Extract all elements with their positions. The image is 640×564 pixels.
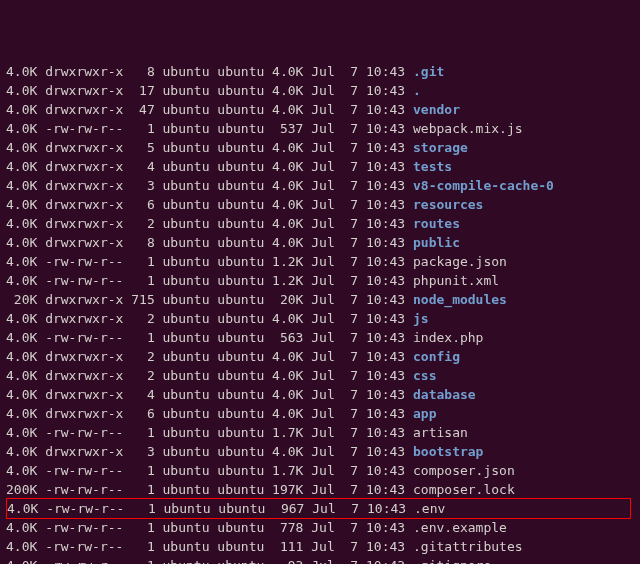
- ls-row: 4.0K drwxrwxr-x 4 ubuntu ubuntu 4.0K Jul…: [6, 157, 634, 176]
- ls-row: 4.0K -rw-rw-r-- 1 ubuntu ubuntu 1.2K Jul…: [6, 271, 634, 290]
- file-name: package.json: [413, 254, 507, 269]
- ls-columns: 4.0K -rw-rw-r-- 1 ubuntu ubuntu 111 Jul …: [6, 539, 413, 554]
- ls-row: 4.0K drwxrwxr-x 5 ubuntu ubuntu 4.0K Jul…: [6, 138, 634, 157]
- ls-columns: 4.0K drwxrwxr-x 17 ubuntu ubuntu 4.0K Ju…: [6, 83, 413, 98]
- ls-columns: 4.0K drwxrwxr-x 2 ubuntu ubuntu 4.0K Jul…: [6, 311, 413, 326]
- file-name: database: [413, 387, 476, 402]
- ls-columns: 4.0K -rw-rw-r-- 1 ubuntu ubuntu 778 Jul …: [6, 520, 413, 535]
- ls-row: 4.0K drwxrwxr-x 8 ubuntu ubuntu 4.0K Jul…: [6, 233, 634, 252]
- ls-columns: 4.0K drwxrwxr-x 4 ubuntu ubuntu 4.0K Jul…: [6, 387, 413, 402]
- file-name: public: [413, 235, 460, 250]
- file-name: vendor: [413, 102, 460, 117]
- ls-row: 4.0K drwxrwxr-x 3 ubuntu ubuntu 4.0K Jul…: [6, 442, 634, 461]
- ls-row: 4.0K drwxrwxr-x 2 ubuntu ubuntu 4.0K Jul…: [6, 347, 634, 366]
- ls-columns: 4.0K -rw-rw-r-- 1 ubuntu ubuntu 1.7K Jul…: [6, 463, 413, 478]
- ls-columns: 20K drwxrwxr-x 715 ubuntu ubuntu 20K Jul…: [6, 292, 413, 307]
- ls-columns: 4.0K drwxrwxr-x 8 ubuntu ubuntu 4.0K Jul…: [6, 235, 413, 250]
- file-name: .gitattributes: [413, 539, 523, 554]
- ls-columns: 4.0K drwxrwxr-x 5 ubuntu ubuntu 4.0K Jul…: [6, 140, 413, 155]
- ls-columns: 4.0K -rw-rw-r-- 1 ubuntu ubuntu 1.7K Jul…: [6, 425, 413, 440]
- ls-row: 4.0K -rw-rw-r-- 1 ubuntu ubuntu 1.7K Jul…: [6, 423, 634, 442]
- ls-columns: 4.0K drwxrwxr-x 4 ubuntu ubuntu 4.0K Jul…: [6, 159, 413, 174]
- ls-columns: 4.0K -rw-rw-r-- 1 ubuntu ubuntu 537 Jul …: [6, 121, 413, 136]
- file-name: .: [413, 83, 421, 98]
- ls-columns: 4.0K -rw-rw-r-- 1 ubuntu ubuntu 93 Jul 7…: [6, 558, 413, 564]
- file-name: .env.example: [413, 520, 507, 535]
- file-name: storage: [413, 140, 468, 155]
- file-name: index.php: [413, 330, 483, 345]
- file-name: composer.json: [413, 463, 515, 478]
- ls-row: 4.0K -rw-rw-r-- 1 ubuntu ubuntu 1.7K Jul…: [6, 461, 634, 480]
- ls-row: 4.0K drwxrwxr-x 4 ubuntu ubuntu 4.0K Jul…: [6, 385, 634, 404]
- file-name: .env: [414, 501, 445, 516]
- ls-row: 4.0K drwxrwxr-x 2 ubuntu ubuntu 4.0K Jul…: [6, 309, 634, 328]
- file-name: artisan: [413, 425, 468, 440]
- file-name: node_modules: [413, 292, 507, 307]
- ls-row: 200K -rw-rw-r-- 1 ubuntu ubuntu 197K Jul…: [6, 480, 634, 499]
- file-name: app: [413, 406, 436, 421]
- ls-columns: 4.0K -rw-rw-r-- 1 ubuntu ubuntu 1.2K Jul…: [6, 254, 413, 269]
- ls-row: 4.0K -rw-rw-r-- 1 ubuntu ubuntu 93 Jul 7…: [6, 556, 634, 564]
- ls-row: 4.0K drwxrwxr-x 47 ubuntu ubuntu 4.0K Ju…: [6, 100, 634, 119]
- ls-row: 4.0K drwxrwxr-x 17 ubuntu ubuntu 4.0K Ju…: [6, 81, 634, 100]
- ls-row: 4.0K -rw-rw-r-- 1 ubuntu ubuntu 1.2K Jul…: [6, 252, 634, 271]
- file-name: js: [413, 311, 429, 326]
- ls-columns: 4.0K drwxrwxr-x 8 ubuntu ubuntu 4.0K Jul…: [6, 64, 413, 79]
- ls-row: 20K drwxrwxr-x 715 ubuntu ubuntu 20K Jul…: [6, 290, 634, 309]
- ls-row: 4.0K drwxrwxr-x 6 ubuntu ubuntu 4.0K Jul…: [6, 404, 634, 423]
- ls-columns: 4.0K drwxrwxr-x 6 ubuntu ubuntu 4.0K Jul…: [6, 406, 413, 421]
- ls-row: 4.0K -rw-rw-r-- 1 ubuntu ubuntu 563 Jul …: [6, 328, 634, 347]
- ls-row: 4.0K -rw-rw-r-- 1 ubuntu ubuntu 537 Jul …: [6, 119, 634, 138]
- ls-row: 4.0K drwxrwxr-x 3 ubuntu ubuntu 4.0K Jul…: [6, 176, 634, 195]
- ls-columns: 4.0K drwxrwxr-x 3 ubuntu ubuntu 4.0K Jul…: [6, 178, 413, 193]
- ls-columns: 4.0K -rw-rw-r-- 1 ubuntu ubuntu 563 Jul …: [6, 330, 413, 345]
- terminal-output: 4.0K drwxrwxr-x 8 ubuntu ubuntu 4.0K Jul…: [6, 62, 634, 564]
- file-name: routes: [413, 216, 460, 231]
- ls-row: 4.0K drwxrwxr-x 8 ubuntu ubuntu 4.0K Jul…: [6, 62, 634, 81]
- ls-columns: 4.0K drwxrwxr-x 2 ubuntu ubuntu 4.0K Jul…: [6, 368, 413, 383]
- file-name: webpack.mix.js: [413, 121, 523, 136]
- ls-columns: 4.0K -rw-rw-r-- 1 ubuntu ubuntu 967 Jul …: [7, 501, 414, 516]
- ls-row: 4.0K drwxrwxr-x 2 ubuntu ubuntu 4.0K Jul…: [6, 214, 634, 233]
- ls-row: 4.0K -rw-rw-r-- 1 ubuntu ubuntu 111 Jul …: [6, 537, 634, 556]
- ls-row: 4.0K drwxrwxr-x 2 ubuntu ubuntu 4.0K Jul…: [6, 366, 634, 385]
- file-name: phpunit.xml: [413, 273, 499, 288]
- file-name: composer.lock: [413, 482, 515, 497]
- ls-columns: 4.0K drwxrwxr-x 47 ubuntu ubuntu 4.0K Ju…: [6, 102, 413, 117]
- file-name: .gitignore: [413, 558, 491, 564]
- file-name: tests: [413, 159, 452, 174]
- ls-columns: 4.0K drwxrwxr-x 3 ubuntu ubuntu 4.0K Jul…: [6, 444, 413, 459]
- file-name: bootstrap: [413, 444, 483, 459]
- file-name: css: [413, 368, 436, 383]
- ls-columns: 4.0K drwxrwxr-x 2 ubuntu ubuntu 4.0K Jul…: [6, 349, 413, 364]
- ls-columns: 4.0K drwxrwxr-x 2 ubuntu ubuntu 4.0K Jul…: [6, 216, 413, 231]
- ls-columns: 200K -rw-rw-r-- 1 ubuntu ubuntu 197K Jul…: [6, 482, 413, 497]
- file-name: v8-compile-cache-0: [413, 178, 554, 193]
- ls-row: 4.0K -rw-rw-r-- 1 ubuntu ubuntu 778 Jul …: [6, 518, 634, 537]
- ls-columns: 4.0K drwxrwxr-x 6 ubuntu ubuntu 4.0K Jul…: [6, 197, 413, 212]
- ls-columns: 4.0K -rw-rw-r-- 1 ubuntu ubuntu 1.2K Jul…: [6, 273, 413, 288]
- file-name: config: [413, 349, 460, 364]
- file-name: .git: [413, 64, 444, 79]
- ls-row: 4.0K drwxrwxr-x 6 ubuntu ubuntu 4.0K Jul…: [6, 195, 634, 214]
- ls-row: 4.0K -rw-rw-r-- 1 ubuntu ubuntu 967 Jul …: [6, 498, 631, 519]
- file-name: resources: [413, 197, 483, 212]
